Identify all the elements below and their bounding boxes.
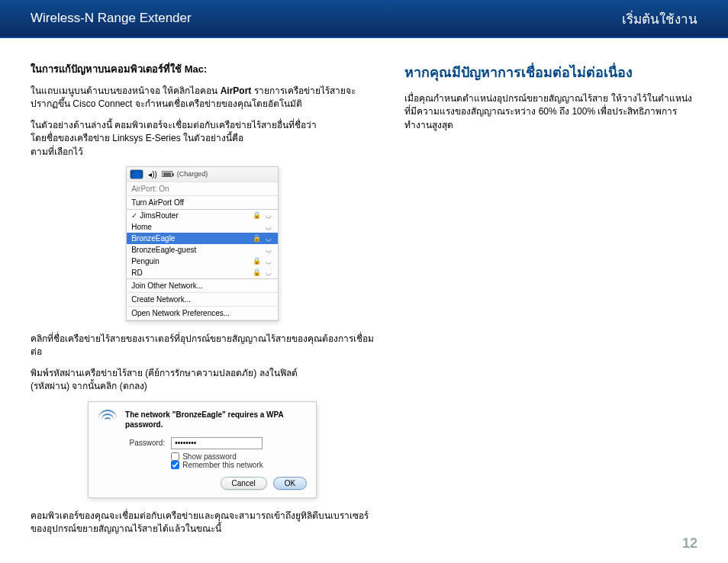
network-status-icons: 🔒 ◡ [253,211,274,219]
sound-icon: ◂)) [148,170,157,179]
network-row-bronzeeagle[interactable]: BronzeEagle🔒 ◡ [127,233,278,244]
battery-status-text: (Charged) [177,170,208,178]
instruction-4: พิมพ์รหัสผ่านเครือข่ายไร้สาย (คีย์การรัก… [31,367,374,394]
join-other-network[interactable]: Join Other Network... [127,279,278,293]
show-password-label: Show password [182,452,237,461]
header-title-left: Wireless-N Range Extender [31,11,192,26]
instruction-1: ในแถบเมนูบนด้านบนของหน้าจอ ให้คลิกไอคอน … [31,85,374,111]
network-name: BronzeEagle [131,234,175,243]
turn-airport-off[interactable]: Turn AirPort Off [127,196,278,210]
page-number: 12 [682,536,697,552]
wifi-password-dialog: The network "BronzeEagle" requires a WPA… [88,401,317,498]
troubleshoot-heading: หากคุณมีปัญหาการเชื่อมต่อไม่ต่อเนื่อง [404,61,697,83]
troubleshoot-para: เมื่อคุณกำหนดตำแหน่งอุปกรณ์ขยายสัญญาณไร้… [404,92,697,132]
section-heading-mac: ในการแก้ปัญหาบนคอมพิวเตอร์ที่ใช้ Mac: [31,61,374,77]
network-row-rd[interactable]: RD🔒 ◡ [127,267,278,278]
wifi-icon [98,410,116,425]
network-name: BronzeEagle-guest [131,246,196,254]
network-status-icons: ◡ [266,246,273,253]
header-title-right: เริ่มต้นใช้งาน [622,8,697,29]
dialog-message: The network "BronzeEagle" requires a WPA… [125,410,307,429]
remember-network-checkbox[interactable] [171,461,179,469]
network-row-bronzeeagle-guest[interactable]: BronzeEagle-guest ◡ [127,244,278,256]
network-name: Home [131,223,152,231]
airport-status: AirPort: On [127,182,278,196]
instruction-3: คลิกที่ชื่อเครือข่ายไร้สายของเราเตอร์ที่… [31,333,374,359]
page-header: Wireless-N Range Extender เริ่มต้นใช้งาน [0,0,728,38]
cancel-button[interactable]: Cancel [221,477,267,490]
network-name: RD [131,269,142,277]
right-column: หากคุณมีปัญหาการเชื่อมต่อไม่ต่อเนื่อง เม… [404,61,697,543]
network-name: Penguin [131,257,159,265]
left-column: ในการแก้ปัญหาบนคอมพิวเตอร์ที่ใช้ Mac: ใน… [31,61,374,543]
network-row-home[interactable]: Home ◡ [127,221,278,233]
password-input[interactable] [171,437,263,449]
show-password-checkbox[interactable] [171,452,179,461]
network-name: ✓JimsRouter [131,211,179,220]
network-status-icons: 🔒 ◡ [253,269,274,276]
battery-icon [162,171,172,177]
network-row-penguin[interactable]: Penguin🔒 ◡ [127,256,278,267]
ok-button[interactable]: OK [273,477,307,490]
airport-icon [130,169,143,179]
password-label: Password: [127,439,165,447]
instruction-2: ในตัวอย่างด้านล่างนี้ คอมพิวเตอร์จะเชื่อ… [31,119,374,159]
network-status-icons: ◡ [266,223,273,230]
open-network-preferences[interactable]: Open Network Preferences... [127,307,278,320]
network-status-icons: 🔒 ◡ [253,257,274,265]
remember-network-label: Remember this network [182,461,263,469]
instruction-5: คอมพิวเตอร์ของคุณจะเชื่อมต่อกับเครือข่าย… [31,510,374,536]
create-network[interactable]: Create Network... [127,293,278,307]
airport-menu-figure: ◂)) (Charged) AirPort: On Turn AirPort O… [126,166,279,321]
network-row-jimsrouter[interactable]: ✓JimsRouter🔒 ◡ [127,210,278,221]
network-status-icons: 🔒 ◡ [253,234,274,242]
